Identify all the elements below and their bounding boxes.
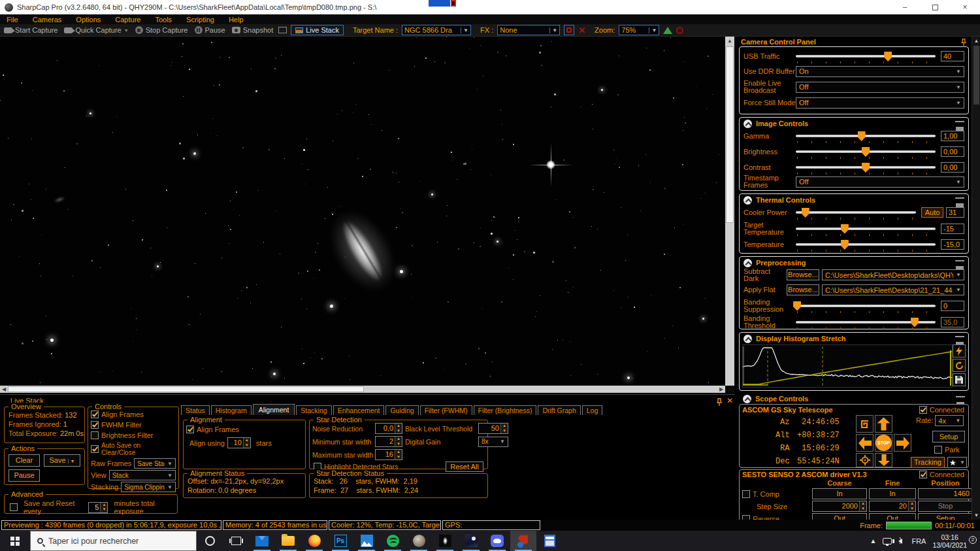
start-button[interactable] <box>0 531 30 551</box>
coarse-step-spinner[interactable]: 2000▲▼ <box>812 501 867 512</box>
vscroll-thumb[interactable] <box>726 46 734 223</box>
tab-stacking[interactable]: Stacking <box>296 405 331 415</box>
zoom-combobox[interactable]: 75%▼ <box>619 25 659 35</box>
taskbar-mail[interactable] <box>249 531 275 551</box>
reset-all-button[interactable]: Reset All <box>446 461 483 472</box>
tab-enhancement[interactable]: Enhancement <box>333 405 385 415</box>
focuser-stop-button[interactable]: Stop <box>918 501 973 512</box>
taskbar-firefox[interactable] <box>301 531 327 551</box>
auto-save-checkbox[interactable] <box>91 445 99 453</box>
tab-filter-brightness[interactable]: Filter (Brightness) <box>474 405 537 415</box>
section-menu-icon[interactable] <box>956 396 965 402</box>
collapse-icon[interactable] <box>743 395 751 403</box>
taskbar-file-explorer[interactable] <box>275 531 301 551</box>
auto-stretch-button[interactable] <box>953 344 966 358</box>
taskbar-calculator[interactable] <box>536 531 563 551</box>
fwhm-filter-checkbox[interactable] <box>91 421 99 429</box>
collapse-icon[interactable] <box>743 196 752 205</box>
slider-thumb[interactable] <box>862 163 870 173</box>
panel-scroll-thumb[interactable] <box>973 46 979 105</box>
live-stack-button[interactable]: Live Stack <box>291 25 344 35</box>
slider-thumb[interactable] <box>862 147 870 157</box>
dark-browse-button[interactable]: Browse... <box>787 269 819 280</box>
pin-icon[interactable] <box>716 398 723 406</box>
tab-guiding[interactable]: Guiding <box>385 405 418 415</box>
slider-thumb[interactable] <box>802 208 809 218</box>
scope-setup-button[interactable]: Setup <box>932 431 965 442</box>
temperature-slider[interactable] <box>796 243 936 246</box>
horizontal-scrollbar[interactable]: ◀ ▶ <box>0 386 725 393</box>
slew-down-button[interactable] <box>875 453 892 467</box>
pin-icon[interactable] <box>960 39 967 46</box>
slider-thumb[interactable] <box>911 318 919 327</box>
scroll-right-arrow[interactable]: ▶ <box>717 386 725 393</box>
target-temp-slider[interactable] <box>796 227 936 230</box>
volume-icon[interactable] <box>898 539 902 544</box>
quick-capture-button[interactable]: Quick Capture▼ <box>63 26 129 34</box>
slew-right-button[interactable] <box>894 434 911 452</box>
tcomp-checkbox[interactable] <box>742 490 750 498</box>
collapse-icon[interactable] <box>743 120 752 128</box>
rate-dropdown[interactable]: 4x▼ <box>935 415 964 426</box>
tracking-button[interactable]: Tracking <box>911 457 945 468</box>
language-indicator[interactable]: FRA <box>911 537 926 545</box>
scroll-left-arrow[interactable]: ◀ <box>0 386 8 393</box>
stacking-dropdown[interactable]: Sigma Clipping▼ <box>121 482 176 492</box>
tab-histogram[interactable]: Histogram <box>211 405 252 415</box>
usb-traffic-slider[interactable] <box>796 55 936 58</box>
section-menu-icon[interactable] <box>955 260 964 266</box>
collapse-icon[interactable] <box>743 335 752 343</box>
cooler-power-value[interactable]: 31 <box>946 207 964 218</box>
focuser-connected-checkbox[interactable] <box>919 471 927 478</box>
black-level-spinner[interactable]: 50▲▼ <box>478 423 508 434</box>
max-star-width-spinner[interactable]: 16▲▼ <box>375 449 402 460</box>
reticle-icon[interactable] <box>676 27 683 34</box>
pause-stack-button[interactable]: Pause <box>8 469 40 482</box>
panel-scroll-down[interactable]: ▼ <box>972 511 980 520</box>
banding-threshold-value[interactable]: 35,0 <box>941 317 964 327</box>
slew-stop-button[interactable]: STOP <box>875 434 892 452</box>
panel-scroll-up[interactable]: ▲ <box>972 37 980 45</box>
vertical-scrollbar[interactable]: ▲ ▼ <box>725 37 734 393</box>
save-stretch-button[interactable] <box>953 373 966 386</box>
taskbar-spotify[interactable] <box>380 531 406 551</box>
reset-stretch-button[interactable] <box>953 359 966 372</box>
save-button[interactable]: Save ▼ <box>44 454 80 467</box>
cooler-auto-button[interactable]: Auto <box>921 207 943 218</box>
menu-scripting[interactable]: Scripting <box>186 16 214 24</box>
stop-capture-button[interactable]: Stop Capture <box>134 26 189 34</box>
slew-left-button[interactable] <box>856 434 874 452</box>
auto-stretch-icon[interactable] <box>663 27 672 34</box>
fine-step-spinner[interactable]: 20▲▼ <box>869 501 916 512</box>
still-mode-dropdown[interactable]: Off▼ <box>796 97 964 109</box>
park-checkbox[interactable] <box>934 446 942 454</box>
contrast-slider[interactable] <box>796 166 936 169</box>
menu-options[interactable]: Options <box>76 16 101 24</box>
taskbar-photos[interactable] <box>353 531 380 551</box>
slider-thumb[interactable] <box>858 131 866 141</box>
fine-in-button[interactable]: In <box>869 488 916 499</box>
reset-minutes-spinner[interactable]: 5▲▼ <box>88 502 108 513</box>
tab-alignment[interactable]: Alignment <box>253 404 295 415</box>
taskbar-search[interactable]: Taper ici pour rechercher <box>30 531 197 551</box>
dark-path-dropdown[interactable]: C:\Users\SharkFleet\Desktop\darks\QHY290… <box>822 269 964 280</box>
menu-help[interactable]: Help <box>229 16 244 24</box>
banding-suppression-value[interactable]: 0 <box>941 301 964 311</box>
slew-up-button[interactable] <box>875 415 892 433</box>
clear-button[interactable]: Clear <box>8 454 40 467</box>
clear-selection-icon[interactable]: ✕ <box>578 25 585 35</box>
flat-path-dropdown[interactable]: C:\Users\SharkFleet\Desktop\21_21_44.fit… <box>822 284 964 295</box>
target-name-combobox[interactable]: NGC 5866 Dra▼ <box>402 25 471 35</box>
spiral-search-button[interactable] <box>856 415 874 433</box>
section-menu-icon[interactable] <box>955 336 964 342</box>
image-viewport[interactable] <box>0 37 725 386</box>
menu-tools[interactable]: Tools <box>155 16 172 24</box>
save-reset-checkbox[interactable] <box>10 503 18 511</box>
goto-target-button[interactable] <box>856 453 874 467</box>
pause-button[interactable]: Pause <box>193 26 227 34</box>
tab-drift-graph[interactable]: Drift Graph <box>538 405 580 415</box>
fx-combobox[interactable]: None▼ <box>497 25 560 35</box>
menu-cameras[interactable]: Cameras <box>33 16 62 24</box>
maximize-button[interactable] <box>920 0 950 14</box>
ddr-dropdown[interactable]: On▼ <box>796 66 964 77</box>
